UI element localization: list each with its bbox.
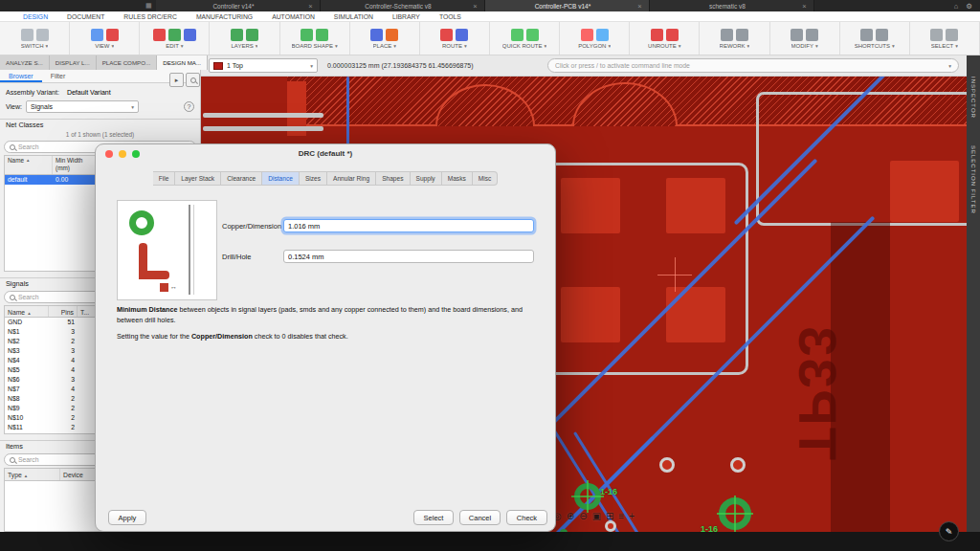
document-tab-label: Controller-Schematic v8 — [327, 3, 470, 10]
pcb-pad — [561, 178, 620, 233]
panel-tab[interactable]: DESIGN MA... — [157, 55, 208, 70]
crosshair-icon[interactable]: + — [629, 511, 635, 521]
check-button[interactable]: Check — [506, 510, 547, 525]
menu-item[interactable]: DESIGN — [13, 11, 57, 21]
copper-dimension-input[interactable] — [283, 219, 534, 232]
panel-tab[interactable]: DISPLAY L... — [50, 55, 97, 70]
toolbar-group[interactable]: LAYERS ▾ — [210, 22, 279, 55]
column-header-type[interactable]: Type ▲ — [5, 469, 60, 480]
menu-item[interactable]: RULES DRC/ERC — [114, 11, 187, 21]
dialog-tab[interactable]: Clearance — [221, 171, 262, 186]
rail-tab[interactable]: SELECTION FILTER — [970, 145, 976, 214]
toolbar-group[interactable]: SELECT ▾ — [910, 22, 980, 55]
toolbar-group[interactable]: POLYGON ▾ — [560, 22, 630, 55]
signal-name: GND — [5, 318, 49, 327]
apply-button[interactable]: Apply — [108, 510, 146, 525]
column-header-name[interactable]: Name ▲ — [5, 306, 49, 317]
signal-pins: 2 — [49, 404, 78, 413]
chevron-down-icon[interactable]: ▾ — [948, 63, 951, 69]
chevron-down-icon: ▾ — [464, 43, 467, 49]
document-tab[interactable]: Controller-Schematic v8 × — [321, 0, 485, 11]
annotate-button[interactable]: ✎ — [939, 521, 959, 541]
dialog-tab[interactable]: Shapes — [376, 171, 410, 186]
layer-select[interactable]: 1 Top ▾ — [209, 58, 318, 73]
sidebar-tab[interactable]: Browser — [0, 70, 42, 82]
zoom-out-icon[interactable]: ⊖ — [579, 511, 587, 521]
menu-item[interactable]: TOOLS — [430, 11, 471, 21]
column-header-min-width[interactable]: Min Width (mm) — [53, 156, 98, 174]
toolbar-group-icons — [930, 29, 958, 41]
tool-icon — [456, 29, 468, 41]
toolbar-group[interactable]: UNROUTE ▾ — [630, 22, 700, 55]
zoom-in-icon[interactable]: ⊕ — [567, 511, 574, 521]
toolbar-group-icons — [21, 29, 49, 41]
menu-item[interactable]: LIBRARY — [383, 11, 430, 21]
selection-tool-button[interactable]: ▸ — [169, 73, 184, 87]
dialog-tab[interactable]: Sizes — [300, 171, 327, 186]
cancel-button[interactable]: Cancel — [459, 510, 501, 525]
settings-gear-icon[interactable]: ⚙ — [966, 2, 972, 11]
grid-settings-icon[interactable]: ⊞ — [606, 511, 613, 521]
menu-item[interactable]: AUTOMATION — [262, 11, 324, 21]
toolbar-group-icons — [581, 29, 609, 41]
close-icon[interactable]: × — [802, 2, 806, 11]
dialog-tab[interactable]: Annular Ring — [327, 171, 376, 186]
toolbar-group[interactable]: SHORTCUTS ▾ — [840, 22, 910, 55]
sidebar-tab[interactable]: Filter — [42, 70, 75, 82]
panel-tab[interactable]: ANALYZE S... — [0, 55, 50, 70]
toolbar-group-icons — [721, 29, 748, 41]
tool-icon — [168, 29, 181, 41]
zoom-tool-button[interactable] — [186, 73, 200, 87]
tool-icon — [736, 29, 748, 41]
column-header-pins[interactable]: Pins — [49, 306, 78, 317]
panel-tab[interactable]: PLACE COMPO... — [97, 55, 158, 70]
home-icon[interactable]: ⌂ — [954, 2, 959, 11]
signal-pins: 4 — [49, 356, 78, 365]
menu-item[interactable]: DOCUMENT — [57, 11, 114, 21]
assembly-variant-value[interactable]: Default Variant — [67, 89, 111, 96]
toolbar-group[interactable]: REWORK ▾ — [700, 22, 769, 55]
net-class-min-width: 0.00 — [53, 175, 98, 185]
dialog-tab[interactable]: Layer Stack — [175, 171, 221, 186]
toolbar-group[interactable]: QUICK ROUTE ▾ — [490, 22, 560, 55]
close-icon[interactable]: × — [637, 2, 641, 11]
menu-item[interactable]: MANUFACTURING — [187, 11, 262, 21]
command-line-input[interactable] — [555, 62, 945, 69]
select-button[interactable]: Select — [413, 510, 454, 525]
toolbar-group-label: REWORK ▾ — [720, 43, 750, 49]
toolbar-group[interactable]: ROUTE ▾ — [420, 22, 490, 55]
column-header-name[interactable]: Name ▲ — [5, 156, 53, 174]
tool-icon — [246, 29, 258, 41]
toolbar-group[interactable]: VIEW ▾ — [70, 22, 140, 55]
dialog-tab[interactable]: Supply — [411, 171, 442, 186]
document-tab[interactable]: Controller v14* × — [156, 0, 321, 11]
view-label: View: — [6, 103, 22, 110]
dialog-tab[interactable]: Misc — [473, 171, 499, 186]
net-classes-section-header[interactable]: Net Classes — [0, 119, 200, 130]
toolbar-group[interactable]: EDIT ▾ — [140, 22, 210, 55]
chevron-down-icon: ▾ — [181, 43, 184, 49]
menu-item[interactable]: SIMULATION — [324, 11, 383, 21]
rail-tab[interactable]: INSPECTOR — [970, 77, 976, 119]
dialog-tab[interactable]: Distance — [262, 171, 300, 186]
tool-icon — [860, 29, 873, 41]
apps-grid-icon[interactable]: ▦ — [142, 0, 156, 11]
toolbar-group[interactable]: SWITCH ▾ — [0, 22, 70, 55]
close-icon[interactable]: × — [473, 2, 477, 11]
document-tab[interactable]: schematic v8 × — [650, 0, 814, 11]
dialog-tab[interactable]: Masks — [442, 171, 473, 186]
drill-hole-input[interactable] — [283, 250, 534, 263]
close-icon[interactable]: × — [308, 2, 312, 11]
document-tab[interactable]: Controller-PCB v14* × — [485, 0, 650, 11]
toolbar-group[interactable]: PLACE ▾ — [350, 22, 420, 55]
layer-list-icon[interactable]: ≡ — [618, 511, 624, 521]
variants-help-icon[interactable]: ? — [184, 101, 194, 112]
toolbar-group[interactable]: MODIFY ▾ — [770, 22, 840, 55]
view-select[interactable]: Signals ▾ — [26, 100, 139, 113]
zoom-fit-icon[interactable]: ▣ — [592, 511, 601, 521]
dialog-tab[interactable]: File — [153, 171, 176, 186]
tabstrip-spacer — [0, 0, 142, 11]
drill-hole-label: Drill/Hole — [222, 253, 283, 261]
pcb-drill-pad — [659, 457, 675, 473]
toolbar-group[interactable]: BOARD SHAPE ▾ — [280, 22, 350, 55]
